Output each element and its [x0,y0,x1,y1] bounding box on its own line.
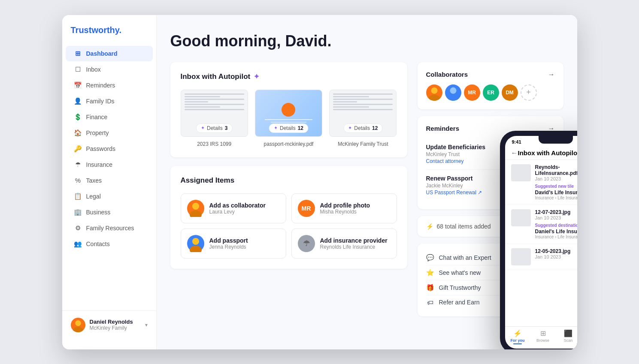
doc-thumbnail: ✦ Details 12 [329,90,397,137]
svg-point-9 [447,94,459,100]
sidebar-user-profile[interactable]: Daniel Reynolds McKinley Family ▾ [62,310,156,339]
sidebar-item-property[interactable]: 🏠 Property [66,125,153,141]
doc-name: McKinley Family Trust [338,141,388,147]
phone-back-button[interactable]: ← [511,149,518,157]
sidebar-item-family-resources[interactable]: ⚙ Family Resources [66,220,153,236]
suggestion-info: David's Life Insurance Insurance › Life … [535,190,577,200]
svg-point-6 [431,87,437,93]
chevron-down-icon: ▾ [145,322,148,328]
doc-details-badge[interactable]: ✦ Details 3 [196,123,232,133]
sidebar-item-label: Insurance [86,161,112,168]
phone-tab-icon: ⬛ [564,329,572,337]
action-icon: 🎁 [426,284,435,292]
sidebar-item-contacts[interactable]: 👥 Contacts [66,236,153,252]
phone-doc-info: 12-05-2023.jpg Jan 10 2023 [535,248,577,259]
details-star-icon: ✦ [201,125,205,131]
inbox-icon: ☐ [74,66,82,73]
sidebar-item-label: Legal [86,193,101,200]
doc-thumbnail: ✦ Details 3 [181,90,248,137]
phone-mockup: 9:41 ⊖ ▮ ← Inbox with Autopilot ✦ [500,131,577,349]
collaborator-avatar[interactable]: ER [483,84,499,101]
phone-inbox-title: Inbox with Autopilot ✦ [518,149,577,156]
phone-inner: 9:41 ⊖ ▮ ← Inbox with Autopilot ✦ [505,136,577,349]
documents-row: ✦ Details 3 2023 IRS 1099 ✦ Details 12 p… [181,90,397,147]
add-collaborator-button[interactable]: + [521,84,537,101]
sidebar-item-label: Family IDs [86,98,115,105]
doc-details-badge[interactable]: ✦ Details 12 [343,123,382,133]
doc-details-badge[interactable]: ✦ Details 12 [269,123,308,133]
sidebar-item-taxes[interactable]: % Taxes [66,173,153,188]
collaborator-avatar[interactable]: DM [502,84,518,101]
assigned-items-card: Assigned Items Add as collaborator Laura… [170,166,407,269]
collaborator-avatar[interactable] [445,84,461,101]
sidebar-item-label: Dashboard [86,50,118,57]
phone-doc-date: Jan 10 2023 [535,254,577,259]
phone-doc-item: 12-05-2023.jpg Jan 10 2023 ✦ [505,244,577,270]
sidebar-item-family-ids[interactable]: 👤 Family IDs [66,93,153,109]
collaborators-section: Collaborators → MRERDM+ [418,62,563,109]
assigned-item[interactable]: MR Add profile photo Misha Reynolds [291,193,397,223]
phone-tab-bar: ⚡ For you ⊞ Browse ⬛ Scan 👤 Account [505,326,577,349]
assigned-item[interactable]: Add passport Jenna Reynolds [181,229,286,259]
phone-tab-for-you[interactable]: ⚡ For you [505,329,530,344]
phone-tab-scan[interactable]: ⬛ Scan [556,329,577,344]
document-item: ✦ Details 12 passport-mckinley.pdf [255,90,322,147]
phone-tab-browse[interactable]: ⊞ Browse [530,329,556,344]
assigned-info: Add as collaborator Laura Levy [209,202,266,215]
legal-icon: 📋 [74,193,82,200]
phone-tab-label: Scan [564,338,573,343]
svg-point-2 [192,203,199,210]
assigned-action: Add insurance provider [320,237,388,244]
collaborators-avatars: MRERDM+ [426,84,555,101]
sidebar-item-finance[interactable]: 💲 Finance [66,109,153,125]
sidebar-item-label: Contacts [86,241,110,247]
suggestion-title: Daniel's Life Insurance [535,229,577,235]
action-label: Gift Trustworthy [439,284,481,291]
business-icon: 🏢 [74,208,82,216]
phone-doc-thumb [511,164,531,181]
sidebar-item-business[interactable]: 🏢 Business [66,205,153,220]
phone-doc-name: Reynolds-LifeInsurance.pdf [535,164,577,176]
phone-doc-row: 12-05-2023.jpg Jan 10 2023 ✦ [511,248,577,265]
reminder-title: Renew Passport [426,175,473,182]
document-item: ✦ Details 12 McKinley Family Trust [329,90,397,147]
sidebar-item-reminders[interactable]: 📅 Reminders [66,78,153,93]
phone-suggestion: Suggested destination Daniel's Life Insu… [535,223,577,239]
assigned-item[interactable]: ☂ Add insurance provider Reynolds Life I… [291,229,397,259]
assigned-info: Add insurance provider Reynolds Life Ins… [320,237,388,250]
autopilot-icon: ✦ [254,72,259,81]
svg-point-5 [190,246,202,252]
phone-doc-name: 12-07-2023.jpg [535,209,577,215]
left-column: Inbox with Autopilot ✦ ✦ [170,62,407,316]
sidebar-item-inbox[interactable]: ☐ Inbox [66,62,153,77]
svg-point-4 [192,238,199,245]
sidebar-item-label: Property [86,129,109,136]
details-star-icon: ✦ [348,125,352,131]
collaborators-arrow-button[interactable]: → [548,71,555,78]
sidebar-user-name: Daniel Reynolds [90,319,141,325]
taxes-icon: % [74,177,82,184]
details-star-icon: ✦ [274,125,278,131]
sidebar-user-family: McKinley Family [90,325,141,331]
action-icon: 🏷 [426,299,435,306]
sidebar-item-passwords[interactable]: 🔑 Passwords [66,141,153,156]
assigned-item[interactable]: Add as collaborator Laura Levy [181,193,286,223]
phone-doc-item: Reynolds-LifeInsurance.pdf Jan 10 2023 S… [505,160,577,205]
sidebar-item-legal[interactable]: 📋 Legal [66,189,153,204]
reminder-title: Update Beneficiaries [426,144,486,150]
collaborator-avatar[interactable]: MR [464,84,480,101]
sidebar-item-dashboard[interactable]: ⊞ Dashboard [66,46,153,61]
collaborator-avatar[interactable] [426,84,442,101]
collaborators-title: Collaborators [426,71,468,78]
sidebar-item-insurance[interactable]: ☂ Insurance [66,157,153,172]
assigned-action: Add profile photo [320,202,370,209]
collaborators-header: Collaborators → [426,71,555,78]
sidebar: Trustworthy. ⊞ Dashboard ☐ Inbox 📅 Remin… [62,15,157,349]
avatar: ☂ [298,235,315,252]
document-item: ✦ Details 3 2023 IRS 1099 [181,90,248,147]
avatar: MR [298,200,315,217]
passwords-icon: 🔑 [74,145,82,153]
action-icon: ⭐ [426,269,435,277]
assigned-person: Misha Reynolds [320,209,370,215]
sidebar-item-label: Finance [86,114,108,120]
